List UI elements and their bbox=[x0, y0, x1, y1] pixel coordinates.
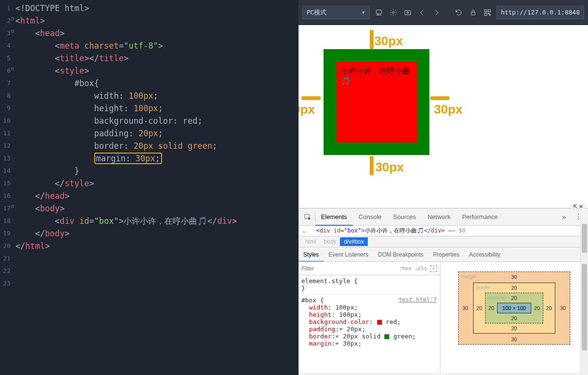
css-rules[interactable]: element.style { } #box {test.html:7 widt… bbox=[299, 275, 440, 349]
box-model-diagram: margin 30 30 30 30 border 20 20 20 20 bbox=[458, 272, 570, 345]
margin-label: margin bbox=[462, 274, 476, 279]
crumb-divbox[interactable]: div#box bbox=[340, 237, 367, 246]
margin-annotation-left: 30px bbox=[299, 102, 315, 117]
content-dimensions: 100 × 100 bbox=[497, 303, 531, 313]
back-icon[interactable] bbox=[417, 7, 427, 18]
subtab-accessibility[interactable]: Accessibility bbox=[464, 247, 505, 262]
styles-subtabs: Styles Event Listeners DOM Breakpoints P… bbox=[299, 247, 588, 262]
mode-label: PC模式 bbox=[307, 8, 327, 17]
devtools-body: :hov .cls + element.style { } #box {test… bbox=[299, 262, 588, 373]
svg-rect-8 bbox=[488, 13, 489, 14]
color-swatch-red[interactable] bbox=[377, 320, 382, 325]
svg-rect-5 bbox=[485, 10, 487, 12]
margin-mark-bottom bbox=[370, 156, 374, 175]
margin-mark-right bbox=[430, 96, 450, 100]
styles-pane: :hov .cls + element.style { } #box {test… bbox=[299, 262, 440, 373]
hov-toggle[interactable]: :hov bbox=[399, 265, 412, 272]
expand-icon[interactable] bbox=[339, 328, 343, 331]
fold-gutter: ⊟⊟⊟⊟ bbox=[10, 0, 15, 288]
svg-rect-2 bbox=[405, 11, 411, 15]
devtools-panel: ⇱ ✕ Elements Console Sources Network Per… bbox=[299, 208, 588, 375]
expand-icon[interactable] bbox=[335, 343, 339, 345]
lock-icon[interactable] bbox=[468, 7, 478, 18]
devtools-tabs: Elements Console Sources Network Perform… bbox=[299, 208, 588, 226]
crumb-body[interactable]: body bbox=[320, 237, 340, 246]
forward-icon[interactable] bbox=[431, 7, 442, 18]
border-label: border bbox=[476, 285, 490, 290]
elements-tree[interactable]: … <div id="box">小许小许，在哼小曲🎵</div> == $0 bbox=[299, 226, 588, 236]
preview-devtools-panel: PC模式 ▾ http://127.0.0.1:8848 小许小许，在哼小曲🎵 … bbox=[298, 0, 588, 375]
new-rule-button[interactable]: + bbox=[430, 265, 437, 272]
snapshot-icon[interactable] bbox=[402, 7, 413, 18]
styles-filter-input[interactable] bbox=[301, 265, 396, 272]
svg-rect-7 bbox=[485, 13, 487, 15]
code-editor[interactable]: 1234567891011121314151617181920212223 ⊟⊟… bbox=[0, 0, 298, 375]
refresh-icon[interactable] bbox=[453, 7, 464, 18]
highlighted-margin-rule: margin: 30px; bbox=[94, 153, 162, 164]
margin-annotation-top: 30px bbox=[375, 34, 403, 49]
margin-annotation-bottom: 30px bbox=[375, 160, 404, 175]
svg-point-1 bbox=[392, 12, 394, 13]
crumb-html[interactable]: html bbox=[301, 237, 320, 246]
tab-console[interactable]: Console bbox=[353, 208, 388, 226]
padding-label: padding bbox=[488, 295, 506, 300]
svg-rect-6 bbox=[488, 10, 490, 12]
svg-point-3 bbox=[407, 12, 409, 13]
tabs-overflow-icon[interactable]: » bbox=[557, 213, 571, 221]
margin-mark-top bbox=[370, 30, 374, 49]
svg-rect-9 bbox=[489, 14, 490, 15]
url-bar[interactable]: http://127.0.0.1:8848 bbox=[497, 6, 584, 19]
devtools-dock-controls[interactable]: ⇱ ✕ bbox=[571, 204, 585, 210]
source-link[interactable]: test.html:7 bbox=[399, 297, 437, 303]
subtab-styles[interactable]: Styles bbox=[299, 247, 324, 262]
subtab-properties[interactable]: Properties bbox=[428, 247, 464, 262]
tab-sources[interactable]: Sources bbox=[388, 208, 422, 226]
cls-toggle[interactable]: .cls bbox=[414, 265, 427, 272]
margin-mark-left bbox=[301, 96, 321, 100]
browser-preview: 小许小许，在哼小曲🎵 30px 30px 30px 30px bbox=[299, 25, 588, 208]
code-content[interactable]: <!DOCTYPE html> <html> <head> <meta char… bbox=[15, 2, 237, 252]
mode-select[interactable]: PC模式 ▾ bbox=[302, 6, 370, 19]
gear-icon[interactable] bbox=[388, 7, 399, 18]
app-root: 1234567891011121314151617181920212223 ⊟⊟… bbox=[0, 0, 588, 375]
qr-icon[interactable] bbox=[482, 7, 493, 18]
styles-filter-row: :hov .cls + bbox=[299, 262, 440, 275]
tab-network[interactable]: Network bbox=[422, 208, 456, 226]
inspect-icon[interactable] bbox=[300, 213, 315, 221]
box-model-pane: margin 30 30 30 30 border 20 20 20 20 bbox=[440, 262, 588, 373]
svg-rect-4 bbox=[471, 12, 475, 15]
subtab-dom-breakpoints[interactable]: DOM Breakpoints bbox=[373, 247, 428, 262]
preview-box: 小许小许，在哼小曲🎵 bbox=[324, 49, 429, 155]
expand-icon[interactable] bbox=[335, 336, 339, 338]
color-swatch-green[interactable] bbox=[384, 334, 389, 339]
scrollbar[interactable] bbox=[580, 262, 588, 373]
subtab-event-listeners[interactable]: Event Listeners bbox=[324, 247, 373, 262]
elements-breadcrumb: html body div#box bbox=[299, 236, 588, 247]
tab-elements[interactable]: Elements bbox=[315, 208, 353, 226]
devtools-menu-icon[interactable]: ⋮ bbox=[571, 212, 586, 221]
tab-performance[interactable]: Performance bbox=[456, 208, 503, 226]
margin-annotation-right: 30px bbox=[434, 102, 463, 117]
chevron-down-icon: ▾ bbox=[362, 9, 365, 16]
preview-box-content: 小许小许，在哼小曲🎵 bbox=[336, 62, 417, 142]
svg-rect-0 bbox=[376, 10, 381, 13]
browser-toolbar: PC模式 ▾ http://127.0.0.1:8848 bbox=[299, 0, 588, 25]
device-icon[interactable] bbox=[374, 7, 384, 18]
